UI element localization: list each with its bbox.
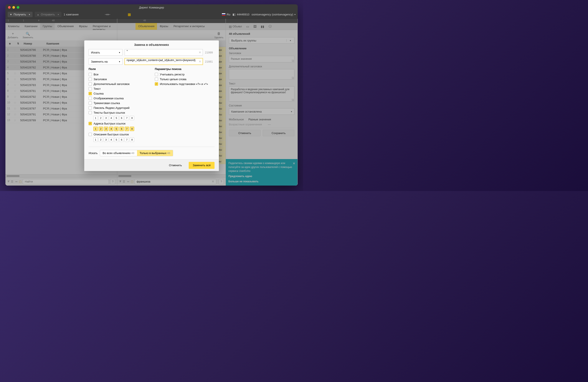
num-toggle[interactable]: 4: [109, 116, 113, 120]
modal-replace-all-button[interactable]: Заменить всё: [189, 162, 214, 169]
num-toggle[interactable]: 2: [99, 137, 103, 142]
num-toggle[interactable]: 4: [109, 137, 113, 142]
field-checkbox[interactable]: Все: [89, 73, 148, 76]
modal-overlay: Замена в объявлениях Искать▾ *✕ 21999 За…: [5, 19, 298, 186]
replace-count: 21881: [205, 60, 214, 63]
num-toggle[interactable]: 5: [114, 116, 119, 120]
num-toggle[interactable]: 7: [125, 137, 129, 142]
window-title: Директ Коммандер: [139, 6, 164, 9]
replace-input[interactable]: npaign_id}&utm_content={ad_id}&utm_term=…: [125, 58, 203, 65]
country-selector[interactable]: Ru: [222, 13, 230, 16]
close-light[interactable]: [8, 6, 11, 9]
num-toggle[interactable]: 2: [99, 127, 103, 131]
search-input[interactable]: *✕: [125, 49, 203, 56]
field-checkbox[interactable]: Дополнительный заголовок: [89, 82, 148, 86]
collapse-icon[interactable]: ⇥⇤: [105, 12, 110, 17]
num-toggle[interactable]: 8: [130, 137, 134, 142]
minimize-light[interactable]: [12, 6, 15, 9]
num-toggle[interactable]: 6: [119, 127, 124, 131]
field-checkbox[interactable]: Пиксель Яндекс.Аудиторий: [89, 106, 148, 110]
param-checkbox[interactable]: Учитывать регистр: [155, 73, 214, 76]
get-button[interactable]: ▾ Получить ▾: [8, 12, 33, 17]
num-toggle[interactable]: 3: [104, 116, 108, 120]
num-toggle[interactable]: 1: [93, 137, 98, 142]
num-toggle[interactable]: 7: [125, 116, 129, 120]
param-checkbox[interactable]: ✓Использовать подстановки «?» и «*»: [155, 82, 214, 86]
num-toggle[interactable]: 1: [93, 116, 98, 120]
scope-label: Искать: [89, 152, 98, 155]
scope-selected[interactable]: Только в выбранных48: [137, 150, 173, 156]
main-toolbar: ▾ Получить ▾ ▴ Отправить ▾ 1 кампания ⇥⇤…: [5, 10, 298, 19]
field-checkbox[interactable]: Текст: [89, 87, 148, 90]
fields-heading: Поля: [89, 67, 148, 71]
num-toggle[interactable]: 8: [130, 116, 134, 120]
params-column: Параметры поиска Учитывать регистрТолько…: [155, 67, 214, 144]
replace-mode-select[interactable]: Заменить на▾: [89, 58, 123, 65]
num-toggle[interactable]: 5: [114, 127, 119, 131]
app-window: Директ Коммандер ▾ Получить ▾ ▴ Отправит…: [5, 4, 298, 186]
scope-segment: Во всех объявлениях48 Только в выбранных…: [100, 150, 173, 156]
zoom-light[interactable]: [17, 6, 19, 9]
num-toggle[interactable]: 1: [93, 127, 98, 131]
send-button[interactable]: ▴ Отправить ▾: [35, 12, 62, 17]
num-toggle[interactable]: 3: [104, 127, 108, 131]
num-toggle[interactable]: 7: [125, 127, 129, 131]
param-checkbox[interactable]: Только целые слова: [155, 78, 214, 81]
search-count: 21999: [205, 51, 214, 54]
num-toggle[interactable]: 3: [104, 137, 108, 142]
battery-icon: ▮▯: [232, 13, 236, 16]
flag-ru-icon: [222, 13, 225, 16]
field-checkbox[interactable]: Заголовок: [89, 78, 148, 81]
campaign-count: 1 кампания: [64, 13, 79, 16]
clear-icon[interactable]: ✕: [199, 60, 201, 63]
num-toggle[interactable]: 5: [114, 137, 119, 142]
field-checkbox[interactable]: Отображаемая ссылка: [89, 97, 148, 100]
num-toggle[interactable]: 4: [109, 127, 113, 131]
field-checkbox[interactable]: ✓Ссылка: [89, 92, 148, 95]
field-checkbox[interactable]: Трекинговая ссылка: [89, 101, 148, 105]
num-toggle[interactable]: 2: [99, 116, 103, 120]
replace-modal: Замена в объявлениях Искать▾ *✕ 21999 За…: [84, 40, 219, 171]
balance: ▮▯44446910: [232, 13, 250, 16]
num-toggle[interactable]: 6: [119, 116, 124, 120]
user-menu[interactable]: osintsevagency (osintsevagency)▾: [252, 13, 296, 16]
clear-icon[interactable]: ✕: [199, 51, 201, 54]
search-mode-select[interactable]: Искать▾: [89, 49, 123, 56]
notebook-icon[interactable]: ▦: [128, 12, 131, 17]
params-heading: Параметры поиска: [155, 67, 214, 71]
num-toggle[interactable]: 8: [130, 127, 134, 131]
scope-all[interactable]: Во всех объявлениях48: [100, 150, 137, 156]
field-checkbox[interactable]: Тексты быстрых ссылок: [89, 111, 148, 114]
modal-cancel-button[interactable]: Отменить: [165, 162, 186, 169]
modal-title: Замена в объявлениях: [84, 40, 219, 49]
titlebar: Директ Коммандер: [5, 4, 298, 10]
num-toggle[interactable]: 6: [119, 137, 124, 142]
field-checkbox[interactable]: Описания быстрых ссылок: [89, 133, 148, 136]
field-checkbox[interactable]: ✓Адреса быстрых ссылок: [89, 122, 148, 125]
fields-column: Поля ВсеЗаголовокДополнительный заголово…: [89, 67, 148, 144]
